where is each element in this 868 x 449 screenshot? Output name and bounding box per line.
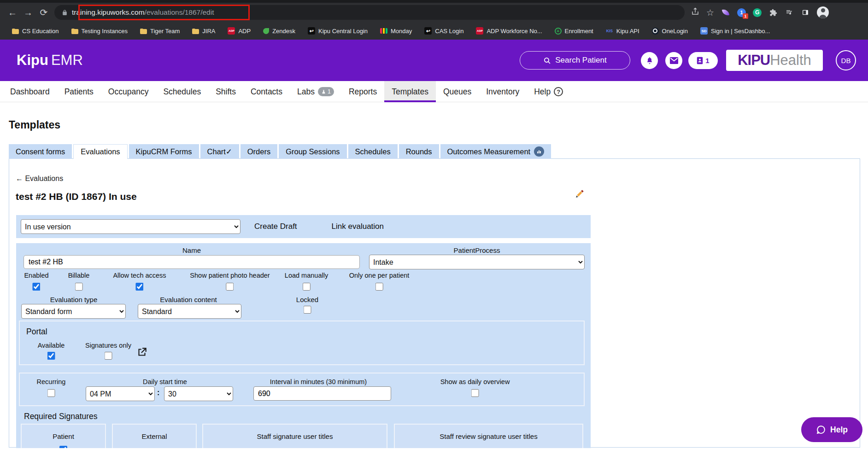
recurring-section: Recurring Daily start time Interval in m… xyxy=(19,373,585,406)
link-evaluation-link[interactable]: Link evaluation xyxy=(332,222,384,231)
bookmark-item[interactable]: OneLogin xyxy=(652,28,688,35)
nav-item-label: Help xyxy=(534,87,551,97)
nav-item[interactable]: Contacts xyxy=(243,81,290,102)
back-button[interactable]: ← xyxy=(5,7,20,18)
start-hour-select[interactable]: 04 PM xyxy=(86,386,155,401)
tab[interactable]: Chart✓ xyxy=(200,144,239,159)
form-checkbox[interactable] xyxy=(33,283,41,291)
bookmark-item[interactable]: ADP Workforce No... xyxy=(476,27,542,35)
bookmark-label: Sign in | SesDashbo... xyxy=(711,28,770,35)
browser-profile-icon[interactable] xyxy=(817,6,829,18)
bookmark-item[interactable]: JIRA xyxy=(192,28,215,35)
form-checkbox[interactable] xyxy=(302,283,310,291)
bookmark-item[interactable]: ADP xyxy=(228,27,251,35)
bookmark-item[interactable]: Kipu Central Login xyxy=(308,27,368,35)
tab[interactable]: Rounds xyxy=(399,144,439,159)
tab[interactable]: Group Sessions xyxy=(279,144,346,159)
evaluation-type-select[interactable]: Standard form xyxy=(21,304,126,319)
url-text: training.kipuworks.com/evaluations/1867/… xyxy=(72,8,214,17)
fax-queue-icon[interactable]: 1 xyxy=(688,52,718,69)
grammar-extension-icon[interactable]: G xyxy=(753,8,762,17)
bookmark-item[interactable]: CAS Login xyxy=(424,27,463,35)
bookmark-icon xyxy=(263,28,269,34)
url-bar[interactable]: training.kipuworks.com/evaluations/1867/… xyxy=(54,5,685,20)
nav-item[interactable]: Patients xyxy=(57,81,101,102)
tab[interactable]: Evaluations xyxy=(73,144,127,159)
available-label: Available xyxy=(38,342,65,349)
nav-item[interactable]: Shifts xyxy=(208,81,243,102)
sidebar-panel-icon[interactable] xyxy=(801,8,810,17)
bookmark-item[interactable]: Enrollment xyxy=(555,28,593,35)
share-icon[interactable] xyxy=(691,7,699,18)
messages-envelope-icon[interactable] xyxy=(665,52,682,69)
bookmark-item[interactable]: Zendesk xyxy=(263,28,295,35)
interval-input[interactable] xyxy=(253,386,391,401)
nav-item[interactable]: Labs 1 xyxy=(290,81,341,102)
locked-checkbox[interactable] xyxy=(304,306,311,314)
app-brand: KipuEMR xyxy=(17,52,83,69)
back-to-evaluations-link[interactable]: ← Evaluations xyxy=(16,175,63,183)
form-checkbox[interactable] xyxy=(226,283,234,291)
form-checkbox[interactable] xyxy=(75,283,83,291)
user-avatar[interactable]: DB xyxy=(836,50,856,70)
checkbox-label: Billable xyxy=(68,272,90,279)
available-checkbox[interactable] xyxy=(47,352,55,360)
create-draft-link[interactable]: Create Draft xyxy=(254,222,297,231)
forward-button[interactable]: → xyxy=(20,7,36,18)
version-select[interactable]: In use version xyxy=(21,219,240,234)
signatures-only-checkbox[interactable] xyxy=(105,352,112,360)
notifications-bell-icon[interactable] xyxy=(641,52,658,69)
lock-icon xyxy=(62,9,68,16)
form-checkbox[interactable] xyxy=(136,283,144,291)
nav-item[interactable]: Queues xyxy=(436,81,479,102)
form-checkbox-group: Show patient photo header xyxy=(190,272,270,292)
bookmark-item[interactable]: CS Education xyxy=(12,28,59,35)
nav-item[interactable]: Inventory xyxy=(479,81,527,102)
notification-extension-icon[interactable]: 1 1 xyxy=(737,8,746,17)
nav-item[interactable]: Reports xyxy=(341,81,384,102)
bookmark-star-icon[interactable]: ☆ xyxy=(706,7,714,18)
tab[interactable]: Outcomes Measurement xyxy=(440,144,551,159)
app-header: KipuEMR Search Patient 1 KIPUHealth DB xyxy=(0,40,868,81)
bookmark-item[interactable]: Kipu API xyxy=(606,27,639,35)
extensions-puzzle-icon[interactable] xyxy=(768,8,778,17)
reload-button[interactable]: ⟳ xyxy=(36,7,52,18)
tab-label: Chart✓ xyxy=(207,147,232,156)
nav-item[interactable]: Help ? xyxy=(527,81,570,102)
recurring-checkbox[interactable] xyxy=(47,389,55,397)
name-input[interactable] xyxy=(23,255,360,269)
bookmark-item[interactable]: Testing Instances xyxy=(71,28,128,35)
bookmark-label: Enrollment xyxy=(565,28,593,35)
bookmark-icon xyxy=(424,27,432,35)
edit-pencil-icon[interactable] xyxy=(574,188,585,201)
nav-item[interactable]: Occupancy xyxy=(101,81,156,102)
search-patient-button[interactable]: Search Patient xyxy=(520,51,630,70)
bookmark-icon xyxy=(192,29,199,34)
nav-item[interactable]: Schedules xyxy=(156,81,208,102)
tab-label: Orders xyxy=(247,147,270,156)
extension-badge: 1 xyxy=(743,13,748,19)
reading-list-icon[interactable] xyxy=(785,8,794,17)
form-checkbox[interactable] xyxy=(375,283,383,291)
browser-toolbar: ← → ⟳ training.kipuworks.com/evaluations… xyxy=(0,3,868,22)
bookmark-item[interactable]: Monday xyxy=(380,28,412,35)
evaluation-content-select[interactable]: Standard xyxy=(138,304,241,319)
patient-process-select[interactable]: Intake xyxy=(369,255,585,269)
feather-extension-icon[interactable] xyxy=(721,8,730,17)
help-button[interactable]: Help xyxy=(801,417,862,442)
portal-share-icon[interactable] xyxy=(136,346,148,360)
patient-card-icon xyxy=(697,57,703,64)
start-minute-select[interactable]: 30 xyxy=(164,386,233,401)
nav-item[interactable]: Templates xyxy=(384,81,436,102)
bookmark-item[interactable]: Tiger Team xyxy=(140,28,180,35)
tab[interactable]: KipuCRM Forms xyxy=(129,144,199,159)
bookmark-icon xyxy=(308,27,315,35)
nav-item[interactable]: Dashboard xyxy=(3,81,57,102)
patient-signature-checkbox[interactable] xyxy=(59,446,67,448)
tab[interactable]: Consent forms xyxy=(9,144,72,159)
daily-overview-checkbox[interactable] xyxy=(471,389,479,397)
tab[interactable]: Schedules xyxy=(348,144,398,159)
bookmark-item[interactable]: Sign in | SesDashbo... xyxy=(700,27,770,35)
checkbox-label: Enabled xyxy=(24,272,48,279)
tab[interactable]: Orders xyxy=(240,144,277,159)
